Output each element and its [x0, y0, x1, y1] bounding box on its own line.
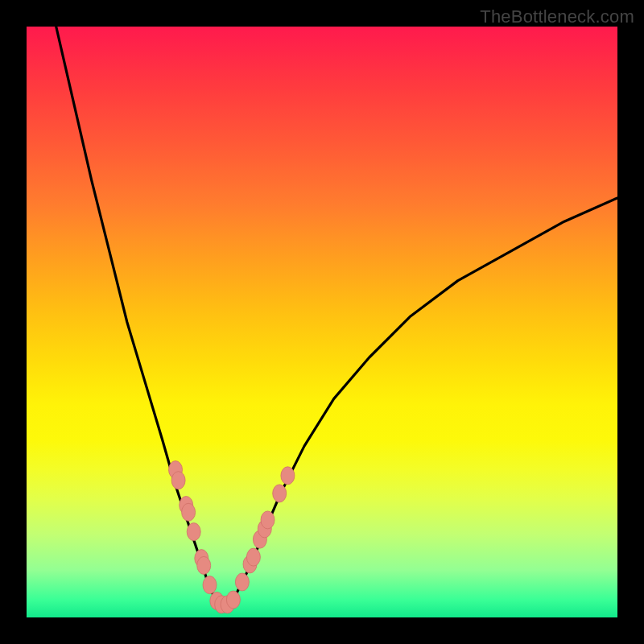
data-marker — [261, 511, 275, 529]
data-marker — [182, 503, 196, 521]
data-marker — [226, 591, 240, 609]
watermark-text: TheBottleneck.com — [480, 6, 634, 27]
data-marker — [187, 523, 200, 541]
data-marker — [171, 472, 185, 489]
data-marker — [197, 556, 211, 574]
marker-layer — [169, 461, 295, 613]
chart-svg — [27, 27, 617, 617]
chart-frame: TheBottleneck.com — [0, 0, 644, 644]
data-marker — [281, 467, 295, 485]
data-marker — [235, 573, 249, 591]
bottleneck-curve — [56, 27, 617, 605]
plot-area — [27, 27, 617, 617]
data-marker — [203, 576, 217, 594]
data-marker — [273, 485, 287, 502]
curve-layer — [56, 27, 617, 605]
data-marker — [246, 548, 260, 566]
